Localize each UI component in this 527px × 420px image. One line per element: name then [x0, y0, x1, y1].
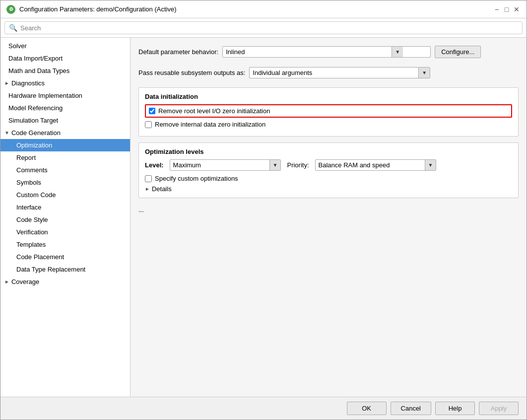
sidebar-item-data-import-export[interactable]: Data Import/Export [0, 52, 130, 65]
sidebar: Solver Data Import/Export Math and Data … [0, 38, 131, 397]
sidebar-item-simulation-target[interactable]: Simulation Target [0, 114, 130, 127]
sidebar-item-coverage[interactable]: ► Coverage [0, 276, 130, 288]
title-bar: ⚙ Configuration Parameters: demo/Configu… [0, 0, 527, 18]
specify-custom-label: Specify custom optimizations [155, 175, 238, 182]
ok-button[interactable]: OK [347, 402, 387, 415]
search-bar: 🔍 [0, 18, 527, 38]
window-title: Configuration Parameters: demo/Configura… [19, 5, 176, 13]
coverage-label: Coverage [11, 278, 39, 285]
title-controls: − □ ✕ [493, 5, 521, 13]
close-button[interactable]: ✕ [513, 5, 521, 13]
search-input[interactable] [20, 24, 518, 32]
pass-reusable-select[interactable]: Individual arguments Structure reference [250, 68, 418, 78]
main-window: ⚙ Configuration Parameters: demo/Configu… [0, 0, 527, 420]
priority-select[interactable]: Balance RAM and speed Minimize RAM Maxim… [316, 160, 425, 170]
diagnostics-label: Diagnostics [11, 79, 45, 87]
configure-button[interactable]: Configure... [435, 46, 481, 58]
data-initialization-section: Data initialization Remove root level I/… [138, 87, 519, 137]
remove-internal-checkbox[interactable] [145, 121, 152, 128]
default-param-label: Default parameter behavior: [138, 48, 218, 56]
optimization-levels-title: Optimization levels [145, 148, 512, 155]
sidebar-item-comments[interactable]: Comments [0, 164, 130, 176]
priority-select-wrapper: Balance RAM and speed Minimize RAM Maxim… [315, 159, 437, 171]
app-icon: ⚙ [6, 5, 15, 14]
help-button[interactable]: Help [435, 402, 475, 415]
sidebar-item-diagnostics[interactable]: ► Diagnostics [0, 77, 130, 89]
optimization-levels-section: Optimization levels Level: Maximum Balan… [138, 142, 519, 198]
pass-reusable-label: Pass reusable subsystem outputs as: [138, 69, 245, 76]
pass-reusable-select-arrow[interactable]: ▼ [418, 68, 430, 78]
apply-button[interactable]: Apply [479, 402, 519, 415]
minimize-button[interactable]: − [493, 5, 501, 13]
code-generation-arrow: ▼ [4, 130, 9, 136]
sidebar-item-code-placement[interactable]: Code Placement [0, 251, 130, 263]
details-label: Details [152, 185, 172, 193]
remove-internal-row: Remove internal data zero initialization [145, 121, 512, 128]
level-row: Level: Maximum Balanced Minimum Custom ▼… [145, 159, 512, 171]
sidebar-item-templates[interactable]: Templates [0, 238, 130, 251]
sidebar-item-hardware-implementation[interactable]: Hardware Implementation [0, 89, 130, 102]
sidebar-item-interface[interactable]: Interface [0, 201, 130, 213]
priority-select-arrow[interactable]: ▼ [425, 160, 436, 170]
ellipsis-row: ... [138, 204, 519, 215]
data-initialization-title: Data initialization [145, 93, 512, 100]
level-select-arrow[interactable]: ▼ [269, 160, 281, 170]
sidebar-item-symbols[interactable]: Symbols [0, 176, 130, 189]
sidebar-item-code-generation[interactable]: ▼ Code Generation [0, 127, 130, 139]
sidebar-item-custom-code[interactable]: Custom Code [0, 189, 130, 201]
content-panel: Default parameter behavior: Inlined Tuna… [131, 38, 527, 397]
search-icon: 🔍 [9, 24, 17, 32]
default-param-select[interactable]: Inlined Tunable None [223, 47, 392, 57]
details-row[interactable]: ► Details [145, 185, 512, 193]
cancel-button[interactable]: Cancel [391, 402, 431, 415]
title-bar-left: ⚙ Configuration Parameters: demo/Configu… [6, 5, 176, 14]
level-select-wrapper: Maximum Balanced Minimum Custom ▼ [170, 159, 281, 171]
specify-custom-checkbox[interactable] [145, 175, 152, 182]
bottom-bar: OK Cancel Help Apply [0, 397, 527, 420]
sidebar-item-report[interactable]: Report [0, 151, 130, 164]
level-label: Level: [145, 161, 164, 169]
search-wrapper: 🔍 [4, 21, 523, 34]
remove-internal-label: Remove internal data zero initialization [155, 121, 265, 128]
main-content: Solver Data Import/Export Math and Data … [0, 38, 527, 397]
remove-root-level-checkbox[interactable] [149, 108, 155, 114]
level-select[interactable]: Maximum Balanced Minimum Custom [170, 160, 269, 170]
sidebar-item-solver[interactable]: Solver [0, 40, 130, 52]
maximize-button[interactable]: □ [503, 5, 511, 13]
sidebar-item-math-data-types[interactable]: Math and Data Types [0, 65, 130, 77]
sidebar-item-verification[interactable]: Verification [0, 226, 130, 238]
sidebar-item-code-style[interactable]: Code Style [0, 213, 130, 226]
sidebar-item-model-referencing[interactable]: Model Referencing [0, 102, 130, 114]
pass-reusable-row: Pass reusable subsystem outputs as: Indi… [138, 67, 519, 78]
default-param-select-wrapper: Inlined Tunable None ▼ [222, 46, 431, 58]
details-arrow: ► [145, 186, 150, 192]
priority-label: Priority: [287, 161, 309, 169]
sidebar-item-optimization[interactable]: Optimization [0, 139, 130, 151]
remove-root-level-row: Remove root level I/O zero initializatio… [145, 104, 512, 118]
default-param-select-arrow[interactable]: ▼ [392, 47, 403, 57]
sidebar-item-data-type-replacement[interactable]: Data Type Replacement [0, 263, 130, 276]
default-param-row: Default parameter behavior: Inlined Tuna… [138, 46, 519, 58]
code-generation-label: Code Generation [11, 129, 61, 137]
pass-reusable-select-wrapper: Individual arguments Structure reference… [249, 67, 430, 78]
remove-root-level-label: Remove root level I/O zero initializatio… [158, 107, 270, 115]
coverage-arrow: ► [4, 279, 9, 284]
specify-custom-row: Specify custom optimizations [145, 175, 512, 182]
diagnostics-arrow: ► [4, 80, 9, 86]
